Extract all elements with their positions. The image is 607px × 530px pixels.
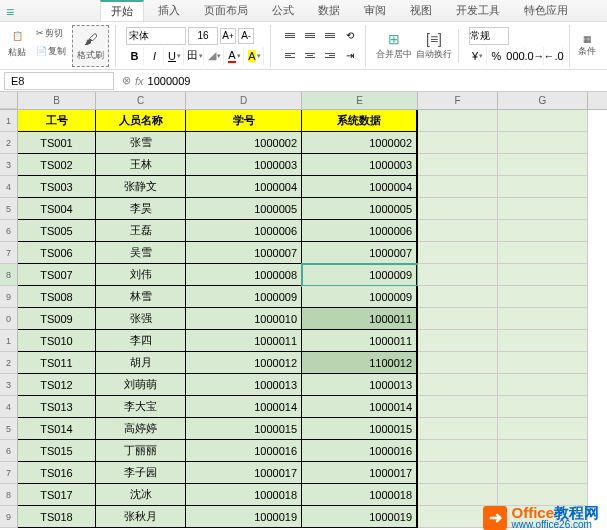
table-header[interactable]: 系统数据 [302,110,418,132]
row-header[interactable]: 9 [0,286,18,308]
align-middle-button[interactable] [301,27,319,45]
cell[interactable] [418,220,498,242]
cell[interactable] [498,418,588,440]
cell[interactable] [498,176,588,198]
currency-button[interactable]: ¥▾ [469,47,487,65]
highlight-button[interactable]: A▾ [246,47,264,65]
col-header-e[interactable]: E [302,92,418,109]
cell[interactable] [498,286,588,308]
row-header[interactable]: 7 [0,242,18,264]
col-header-f[interactable]: F [418,92,498,109]
formula-input[interactable] [148,75,603,87]
cell[interactable]: 1000011 [302,308,418,330]
cell[interactable]: 张雪 [96,132,186,154]
cell[interactable] [418,440,498,462]
cell[interactable]: 1000002 [302,132,418,154]
cell[interactable]: 1000019 [186,506,302,528]
cell[interactable] [498,484,588,506]
cell[interactable]: 1000009 [302,286,418,308]
cell[interactable]: 1000004 [302,176,418,198]
cell[interactable]: TS004 [18,198,96,220]
decrease-font-button[interactable]: A- [238,28,254,44]
cell[interactable]: 1000014 [186,396,302,418]
cell[interactable]: TS008 [18,286,96,308]
cell[interactable]: 1100012 [302,352,418,374]
indent-button[interactable]: ⇥ [341,47,359,65]
cell[interactable] [418,462,498,484]
col-header-d[interactable]: D [186,92,302,109]
formula-cancel-icon[interactable]: ⊗ [122,74,131,87]
cell[interactable] [498,308,588,330]
cell[interactable] [498,220,588,242]
row-header[interactable]: 6 [0,220,18,242]
cell[interactable]: 王磊 [96,220,186,242]
increase-font-button[interactable]: A+ [220,28,236,44]
row-header[interactable]: 8 [0,484,18,506]
table-header[interactable]: 学号 [186,110,302,132]
tab-view[interactable]: 视图 [400,1,442,20]
cell[interactable]: TS014 [18,418,96,440]
copy-button[interactable]: 📄 复制 [32,43,70,60]
align-right-button[interactable] [321,47,339,65]
cell[interactable] [418,176,498,198]
tab-start[interactable]: 开始 [100,0,144,21]
cell[interactable] [418,264,498,286]
cell[interactable]: 林雪 [96,286,186,308]
align-bottom-button[interactable] [321,27,339,45]
table-header[interactable]: 人员名称 [96,110,186,132]
cell[interactable]: 刘萌萌 [96,374,186,396]
cell[interactable]: 1000014 [302,396,418,418]
cell[interactable]: 1000019 [302,506,418,528]
border-button[interactable]: 田▾ [186,47,204,65]
format-painter-button[interactable]: 🖌 格式刷 [72,25,109,67]
table-header[interactable] [418,110,498,132]
cell[interactable] [418,418,498,440]
row-header[interactable]: 0 [0,308,18,330]
tab-data[interactable]: 数据 [308,1,350,20]
conditional-format-button[interactable]: ▦ 条件 [574,32,600,60]
cell[interactable]: TS009 [18,308,96,330]
cell[interactable] [418,484,498,506]
inc-decimal-button[interactable]: .0→ [526,47,544,65]
cell[interactable]: TS012 [18,374,96,396]
cell[interactable]: TS016 [18,462,96,484]
cell[interactable]: 1000009 [186,286,302,308]
merge-center-button[interactable]: ⊞ 合并居中 [376,31,412,61]
cell[interactable]: 张静文 [96,176,186,198]
align-center-button[interactable] [301,47,319,65]
cell[interactable] [498,462,588,484]
cell[interactable]: 1000016 [186,440,302,462]
cut-button[interactable]: ✂ 剪切 [32,25,70,42]
cell[interactable] [498,154,588,176]
cell[interactable]: 1000012 [186,352,302,374]
align-left-button[interactable] [281,47,299,65]
row-header[interactable]: 2 [0,352,18,374]
cell[interactable]: 高婷婷 [96,418,186,440]
cell[interactable] [418,352,498,374]
cell[interactable] [418,132,498,154]
cell[interactable]: 1000004 [186,176,302,198]
row-header[interactable]: 4 [0,396,18,418]
cell[interactable] [418,198,498,220]
row-header[interactable]: 5 [0,418,18,440]
underline-button[interactable]: U▾ [166,47,184,65]
col-header-c[interactable]: C [96,92,186,109]
font-name-select[interactable] [126,27,186,45]
cell[interactable] [498,198,588,220]
cell[interactable]: 沈冰 [96,484,186,506]
cell[interactable]: 1000007 [186,242,302,264]
cell[interactable] [498,374,588,396]
cell[interactable]: 1000006 [302,220,418,242]
cell[interactable]: 1000006 [186,220,302,242]
cell[interactable] [418,374,498,396]
tab-review[interactable]: 审阅 [354,1,396,20]
col-header-b[interactable]: B [18,92,96,109]
cell[interactable]: 1000015 [302,418,418,440]
row-header[interactable]: 3 [0,154,18,176]
font-size-select[interactable] [188,27,218,45]
cell[interactable]: 1000009 [302,264,418,286]
cell[interactable] [498,330,588,352]
cell[interactable]: 1000003 [186,154,302,176]
col-header-g[interactable]: G [498,92,588,109]
cell[interactable]: TS005 [18,220,96,242]
